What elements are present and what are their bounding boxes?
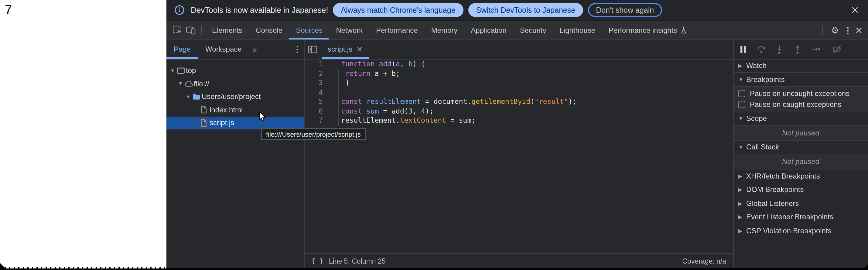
tab-lighthouse[interactable]: Lighthouse: [553, 21, 602, 39]
tab-performance[interactable]: Performance: [369, 21, 424, 39]
tree-item-index-html[interactable]: index.html: [166, 103, 304, 116]
navigator-tab-page[interactable]: Page: [166, 40, 198, 59]
checkbox[interactable]: [738, 101, 745, 109]
section-header-watch[interactable]: ▶Watch: [734, 59, 868, 73]
section-header-xhr-fetch-breakpoints[interactable]: ▶XHR/fetch Breakpoints: [734, 169, 868, 183]
line-number[interactable]: 4: [305, 88, 323, 97]
dont-show-again-button[interactable]: Don't show again: [588, 3, 662, 17]
tab-sources[interactable]: Sources: [289, 21, 329, 39]
code-token: ,: [400, 60, 408, 68]
tree-expand-icon[interactable]: ▼: [186, 94, 192, 100]
editor-tab-script-js[interactable]: script.js: [322, 40, 369, 59]
tree-expand-icon[interactable]: ▼: [178, 81, 185, 87]
inspected-page: 7: [0, 0, 166, 268]
triangle-down-icon: ▼: [738, 116, 746, 122]
tab-label: Console: [256, 26, 282, 34]
tab-label: Memory: [431, 26, 458, 34]
section-header-dom-breakpoints[interactable]: ▶DOM Breakpoints: [734, 183, 868, 197]
more-options-kebab-icon[interactable]: ⋮: [844, 25, 852, 35]
code-token: = add(: [379, 107, 408, 115]
tree-item-script-js[interactable]: script.js: [166, 116, 304, 129]
code-token: b: [408, 60, 413, 68]
tab-elements[interactable]: Elements: [205, 21, 249, 39]
code-token: ,: [413, 107, 421, 115]
device-toolbar-icon[interactable]: [184, 21, 197, 39]
tab-network[interactable]: Network: [329, 21, 369, 39]
section-header-global-listeners[interactable]: ▶Global Listeners: [734, 197, 868, 210]
line-number[interactable]: 5: [305, 97, 323, 107]
section-header-csp-violation-breakpoints[interactable]: ▶CSP Violation Breakpoints: [734, 224, 868, 238]
hide-navigator-icon[interactable]: [305, 40, 321, 59]
section-header-scope[interactable]: ▼Scope: [734, 112, 868, 126]
tab-application[interactable]: Application: [464, 21, 513, 39]
always-match-language-button[interactable]: Always match Chrome's language: [333, 3, 463, 17]
code-token: );: [568, 97, 577, 106]
code-line: 1function add(a, b) {: [305, 60, 733, 69]
triangle-right-icon: ▶: [738, 187, 746, 193]
code-line-content: return a + b;: [323, 69, 400, 78]
pretty-print-icon[interactable]: { }: [311, 257, 323, 265]
code-token: (: [530, 97, 534, 106]
code-line: 3 }: [305, 78, 733, 88]
infobar-close-icon[interactable]: [850, 6, 859, 14]
tree-item-label: top: [186, 66, 196, 75]
checkbox[interactable]: [738, 90, 745, 97]
tree-expand-icon[interactable]: ▼: [170, 68, 177, 73]
line-number[interactable]: 3: [305, 78, 323, 88]
tab-label: Lighthouse: [559, 26, 595, 34]
tree-item-top[interactable]: ▼top: [166, 64, 304, 77]
code-editor[interactable]: 1function add(a, b) {2 return a + b;3 }4…: [305, 59, 733, 253]
line-number[interactable]: 6: [305, 107, 323, 116]
tree-item-label: Users/user/project: [202, 93, 261, 101]
screenshot-stage: 7 DevTools is now available in Japanese!…: [0, 0, 868, 270]
step-over-icon[interactable]: [756, 45, 766, 54]
tree-item-label: index.html: [210, 106, 243, 114]
code-line-content: resultElement.textContent = sum;: [323, 116, 475, 125]
more-tabs-chevron-icon[interactable]: »: [249, 40, 260, 59]
pause-icon[interactable]: [738, 45, 747, 54]
folder-icon: [192, 93, 202, 100]
settings-gear-icon[interactable]: ⚙: [829, 25, 841, 35]
tab-memory[interactable]: Memory: [425, 21, 464, 39]
section-label: Call Stack: [746, 143, 779, 152]
tab-performance-insights[interactable]: Performance insights: [602, 21, 693, 39]
tab-security[interactable]: Security: [513, 21, 553, 39]
code-token: 4: [421, 107, 425, 115]
tab-label: Application: [471, 26, 506, 34]
line-number[interactable]: 2: [305, 69, 323, 78]
line-number[interactable]: 7: [305, 116, 323, 125]
tab-console[interactable]: Console: [249, 21, 289, 39]
inspect-element-icon[interactable]: [171, 21, 184, 39]
switch-to-japanese-button[interactable]: Switch DevTools to Japanese: [468, 3, 583, 17]
code-token: "result": [534, 97, 568, 106]
navigator-menu-kebab-icon[interactable]: ⋮: [293, 44, 302, 54]
checkbox-label: Pause on caught exceptions: [750, 100, 842, 109]
corner-pointer-shape: [0, 262, 6, 268]
navigator-tab-workspace[interactable]: Workspace: [198, 40, 249, 59]
toolbar-right-controls: ⚙ ⋮: [819, 21, 868, 39]
tree-item-users-user-project[interactable]: ▼Users/user/project: [166, 90, 304, 103]
code-line: 4: [305, 88, 733, 97]
code-token: getElementById: [471, 97, 530, 106]
frame-icon: [177, 67, 186, 75]
section-label: CSP Violation Breakpoints: [746, 227, 832, 235]
step-icon[interactable]: [811, 45, 820, 54]
step-into-icon[interactable]: [775, 45, 784, 54]
breakpoints-options: Pause on uncaught exceptionsPause on cau…: [734, 87, 868, 112]
deactivate-breakpoints-icon[interactable]: [833, 45, 842, 54]
section-header-breakpoints[interactable]: ▼Breakpoints: [734, 73, 868, 87]
tree-item-file[interactable]: ▼file://: [166, 77, 304, 90]
section-header-event-listener-breakpoints[interactable]: ▶Event Listener Breakpoints: [734, 210, 868, 224]
tab-label: Performance insights: [609, 26, 677, 34]
navigator-tabbar: PageWorkspace » ⋮: [166, 40, 304, 59]
devtools-close-icon[interactable]: [855, 26, 863, 34]
tab-close-icon[interactable]: [356, 47, 363, 53]
section-header-call-stack[interactable]: ▼Call Stack: [734, 141, 868, 154]
step-out-icon[interactable]: [793, 45, 802, 54]
line-number[interactable]: 1: [305, 60, 323, 69]
info-icon: [173, 5, 186, 15]
code-line: 6const sum = add(3, 4);: [305, 107, 733, 116]
devtools-window: DevTools is now available in Japanese! A…: [166, 0, 868, 268]
navigator-pane: PageWorkspace » ⋮ ▼top▼file://▼Users/use…: [166, 40, 305, 268]
section-label: DOM Breakpoints: [746, 186, 804, 194]
